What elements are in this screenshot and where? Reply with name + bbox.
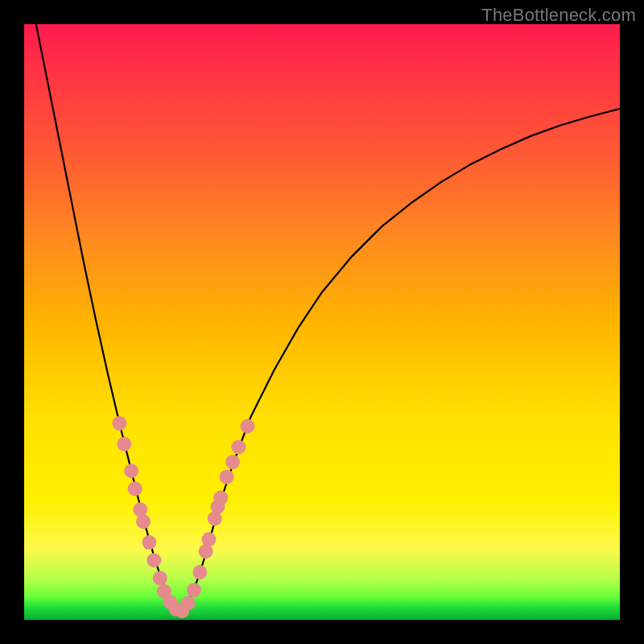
- data-marker: [112, 416, 126, 431]
- data-marker: [201, 532, 216, 547]
- data-marker: [241, 419, 255, 434]
- markers-group: [112, 416, 254, 618]
- data-marker: [142, 535, 156, 550]
- data-marker: [213, 490, 228, 505]
- data-marker: [128, 481, 142, 496]
- data-marker: [192, 565, 207, 580]
- chart-svg: [24, 24, 620, 620]
- plot-area: [24, 24, 620, 620]
- data-marker: [117, 437, 131, 452]
- data-marker: [136, 514, 151, 529]
- data-marker: [181, 596, 196, 610]
- data-marker: [153, 571, 167, 585]
- data-marker: [187, 583, 201, 597]
- watermark-text: TheBottleneck.com: [481, 5, 636, 26]
- curve-left: [36, 24, 180, 614]
- data-marker: [231, 440, 246, 454]
- data-marker: [147, 553, 161, 568]
- curve-group: [36, 24, 620, 614]
- data-marker: [225, 455, 240, 469]
- data-marker: [124, 464, 138, 478]
- data-marker: [220, 469, 234, 484]
- curve-right: [179, 109, 620, 614]
- chart-frame: TheBottleneck.com: [0, 0, 644, 644]
